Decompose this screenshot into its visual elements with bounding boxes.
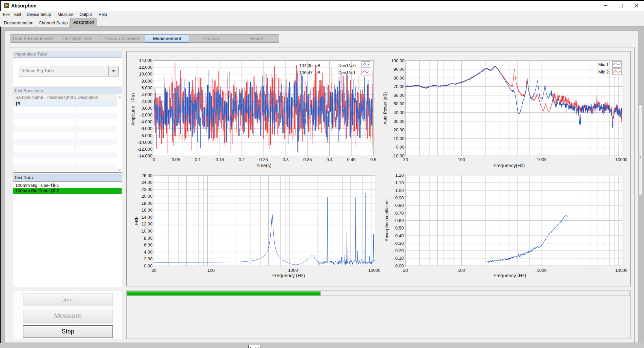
svg-text:1000: 1000: [537, 157, 547, 162]
svg-text:Absorption coefficient: Absorption coefficient: [384, 199, 389, 241]
svg-text:0.60: 0.60: [395, 218, 404, 223]
svg-text:0.90: 0.90: [395, 195, 404, 200]
svg-text:Frequency(Hz): Frequency(Hz): [494, 163, 525, 168]
svg-text:106.47 dB: 106.47 dB: [299, 70, 320, 75]
svg-text:4.000: 4.000: [141, 92, 152, 97]
svg-text:Dev1/ai0: Dev1/ai0: [338, 63, 356, 68]
svg-text:Amplitude （Pa）: Amplitude （Pa）: [130, 91, 136, 126]
svg-text:FRF: FRF: [134, 216, 139, 225]
svg-text:0.1: 0.1: [195, 157, 201, 162]
svg-text:60.00: 60.00: [393, 93, 404, 98]
svg-text:-10.00: -10.00: [392, 153, 404, 158]
svg-text:1000: 1000: [288, 268, 298, 273]
svg-text:-6.000: -6.000: [140, 126, 152, 131]
svg-text:1000: 1000: [537, 268, 547, 273]
svg-text:Auto Power (dB): Auto Power (dB): [382, 92, 388, 124]
svg-text:0.00: 0.00: [396, 145, 404, 150]
svg-text:26.00: 26.00: [141, 173, 152, 178]
svg-text:80.00: 80.00: [393, 75, 404, 81]
svg-text:0.3: 0.3: [283, 157, 289, 162]
svg-text:104.35 dB: 104.35 dB: [299, 63, 320, 68]
svg-text:20.00: 20.00: [393, 127, 404, 132]
svg-text:0.00: 0.00: [144, 263, 152, 268]
svg-text:2.00: 2.00: [144, 256, 152, 261]
svg-text:0.05: 0.05: [172, 157, 180, 162]
svg-text:10.00: 10.00: [393, 136, 404, 141]
svg-text:14.000: 14.000: [139, 58, 152, 63]
svg-text:Time(s): Time(s): [256, 163, 272, 168]
svg-text:50.00: 50.00: [393, 101, 404, 106]
svg-text:Frequency (Hz): Frequency (Hz): [494, 273, 526, 278]
svg-text:8.000: 8.000: [141, 79, 152, 84]
svg-text:30.00: 30.00: [393, 119, 404, 124]
svg-text:0.45: 0.45: [347, 157, 356, 162]
svg-text:10.000: 10.000: [139, 71, 152, 77]
svg-text:Frequency (Hz): Frequency (Hz): [272, 273, 305, 278]
svg-text:-2.000: -2.000: [140, 112, 152, 117]
svg-text:0.20: 0.20: [395, 248, 404, 253]
svg-text:0.25: 0.25: [259, 157, 268, 162]
svg-text:12.00: 12.00: [141, 221, 152, 226]
svg-text:90.00: 90.00: [393, 67, 404, 72]
svg-text:0.2: 0.2: [238, 157, 245, 162]
svg-text:-12.000: -12.000: [138, 147, 152, 152]
svg-text:24.00: 24.00: [141, 180, 152, 185]
svg-text:8.00: 8.00: [144, 236, 152, 241]
svg-text:4.00: 4.00: [144, 249, 152, 255]
svg-text:-4.000: -4.000: [140, 119, 152, 124]
svg-text:22.00: 22.00: [141, 187, 152, 192]
svg-text:0.80: 0.80: [395, 203, 404, 208]
svg-text:16.00: 16.00: [141, 208, 152, 213]
svg-text:-10.000: -10.000: [138, 140, 152, 145]
svg-text:0.70: 0.70: [395, 211, 404, 216]
svg-text:6.000: 6.000: [141, 85, 152, 90]
svg-text:-14.000: -14.000: [138, 153, 152, 158]
svg-text:1.20: 1.20: [395, 173, 404, 178]
svg-text:10000: 10000: [368, 268, 380, 273]
svg-text:6.00: 6.00: [144, 242, 152, 247]
svg-text:0.00: 0.00: [395, 263, 404, 268]
svg-text:0.4: 0.4: [326, 157, 332, 162]
svg-text:1.10: 1.10: [395, 180, 404, 185]
svg-text:1.00: 1.00: [395, 188, 404, 193]
svg-text:0.5: 0.5: [370, 157, 376, 162]
svg-text:70.00: 70.00: [393, 84, 404, 89]
svg-text:14.00: 14.00: [141, 215, 152, 220]
svg-text:10000: 10000: [615, 268, 627, 273]
svg-text:0.50: 0.50: [395, 225, 404, 231]
svg-text:0.30: 0.30: [395, 241, 404, 246]
svg-text:0: 0: [153, 157, 155, 162]
svg-text:0.40: 0.40: [395, 233, 404, 238]
svg-text:20: 20: [151, 268, 156, 273]
svg-text:100: 100: [207, 268, 215, 273]
svg-text:100: 100: [458, 157, 465, 162]
svg-text:0.10: 0.10: [395, 256, 404, 261]
svg-text:Mic 2: Mic 2: [598, 69, 609, 74]
svg-text:Mic 1: Mic 1: [598, 62, 609, 67]
svg-text:100: 100: [458, 268, 465, 273]
svg-text:10000: 10000: [615, 157, 627, 162]
svg-text:40.00: 40.00: [393, 110, 404, 115]
svg-text:20.00: 20.00: [141, 194, 152, 199]
svg-text:0.15: 0.15: [215, 157, 224, 162]
svg-text:10.00: 10.00: [141, 229, 152, 234]
svg-text:12.000: 12.000: [139, 65, 152, 70]
svg-text:20: 20: [403, 268, 408, 273]
svg-text:100.00: 100.00: [391, 58, 404, 63]
svg-text:20: 20: [403, 157, 408, 162]
svg-text:18.00: 18.00: [141, 201, 152, 206]
svg-text:2.000: 2.000: [141, 99, 152, 104]
svg-text:0.000: 0.000: [141, 106, 152, 111]
svg-text:-8.000: -8.000: [140, 133, 152, 138]
svg-text:0.35: 0.35: [303, 157, 312, 162]
